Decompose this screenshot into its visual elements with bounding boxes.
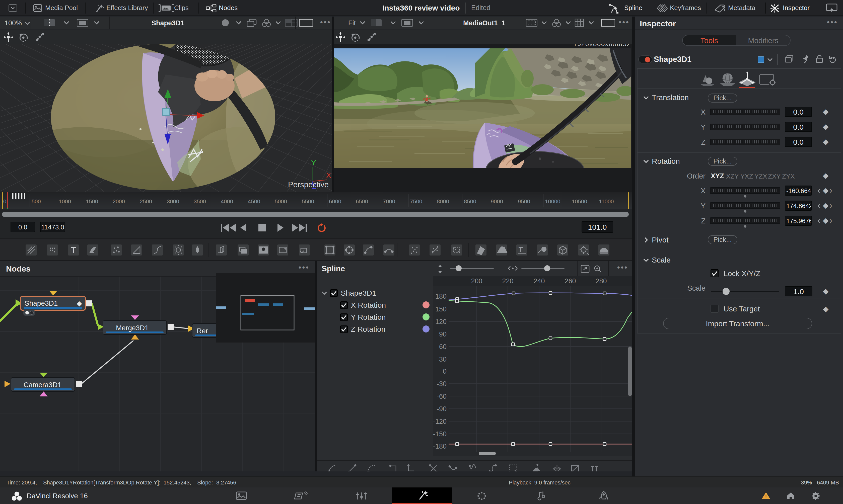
svg-text:90: 90 xyxy=(439,330,446,338)
svg-text:120: 120 xyxy=(435,318,446,325)
svg-text:30: 30 xyxy=(439,356,446,363)
svg-text:Perspective: Perspective xyxy=(288,180,329,189)
svg-text:-30: -30 xyxy=(437,380,446,388)
svg-text:X: X xyxy=(326,171,331,179)
svg-text:280: 280 xyxy=(595,277,607,285)
svg-text:Y: Y xyxy=(311,159,316,167)
svg-text:!: ! xyxy=(765,494,767,499)
svg-text:-90: -90 xyxy=(437,405,446,413)
svg-text:T: T xyxy=(71,245,76,254)
svg-text:150: 150 xyxy=(435,305,446,313)
svg-text:-60: -60 xyxy=(437,393,446,400)
svg-text:200: 200 xyxy=(471,277,482,285)
svg-text:-120: -120 xyxy=(433,418,446,425)
svg-text:-180: -180 xyxy=(433,443,446,450)
svg-text:260: 260 xyxy=(564,277,576,285)
svg-text:180: 180 xyxy=(435,293,446,300)
svg-text:240: 240 xyxy=(533,277,545,285)
svg-text:220: 220 xyxy=(502,277,513,285)
svg-text:60: 60 xyxy=(439,343,446,350)
svg-text:0: 0 xyxy=(443,367,446,375)
svg-text:-150: -150 xyxy=(433,430,446,438)
